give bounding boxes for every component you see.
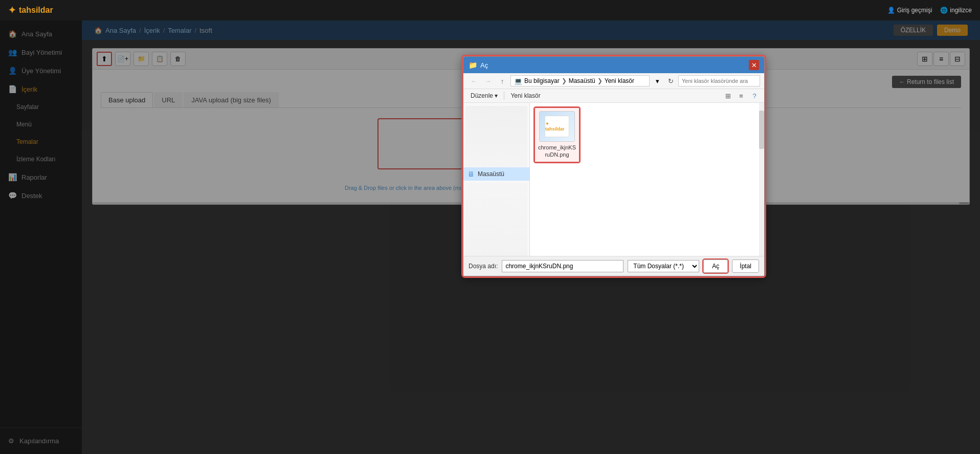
path-folder2: Yeni klasör bbox=[605, 77, 634, 84]
path-bar: 💻 Bu bilgisayar ❯ Masaüstü ❯ Yeni klasör bbox=[510, 75, 650, 87]
path-computer: Bu bilgisayar bbox=[524, 77, 560, 84]
logo-icon: ✦ bbox=[8, 5, 16, 16]
file-thumb-logo: ✦ tahsildar bbox=[545, 116, 569, 137]
dialog-titlebar: 📁 Aç ✕ bbox=[463, 57, 764, 73]
dialog-toolbar2: Düzenle ▾ Yeni klasör ⊞ ≡ ? bbox=[463, 89, 764, 103]
filename-input[interactable] bbox=[502, 260, 623, 272]
history-label: Giriş geçmişi bbox=[897, 7, 932, 14]
dialog-search-input[interactable] bbox=[678, 75, 760, 87]
dialog-footer: Dosya adı: Tüm Dosyalar (*.*) Aç İptal bbox=[463, 256, 764, 276]
desktop-icon: 🖥 bbox=[467, 170, 475, 178]
dialog-body: 🖥 Masaüstü ✦ tahsildar chrome_ikjnKSruDN… bbox=[463, 103, 764, 256]
toolbar-separator bbox=[504, 92, 504, 100]
dialog-folder-icon: 📁 bbox=[469, 61, 477, 69]
sidebar-item-masaustu[interactable]: 🖥 Masaüstü bbox=[463, 167, 529, 181]
duzenle-label: Düzenle bbox=[471, 92, 493, 99]
language-link[interactable]: 🌐 ingilizce bbox=[940, 7, 972, 14]
sidebar-blurred-below bbox=[465, 183, 527, 256]
dialog-title-left: 📁 Aç bbox=[469, 61, 488, 69]
topbar-right: 👤 Giriş geçmişi 🌐 ingilizce bbox=[887, 7, 972, 14]
dialog-title-text: Aç bbox=[480, 61, 488, 69]
path-folder1: Masaüstü bbox=[569, 77, 595, 84]
main-scrollbar[interactable] bbox=[759, 103, 764, 256]
file-name-label: chrome_ikjnKSruDN.png bbox=[538, 144, 576, 159]
app-logo: ✦ tahsildar bbox=[8, 5, 53, 16]
open-file-button[interactable]: Aç bbox=[703, 260, 728, 273]
nav-forward-button[interactable]: → bbox=[482, 75, 494, 87]
language-label: ingilizce bbox=[950, 7, 972, 14]
path-computer-icon: 💻 bbox=[514, 77, 522, 85]
file-thumbnail: ✦ tahsildar bbox=[539, 111, 575, 142]
person-icon: 👤 bbox=[887, 7, 895, 14]
refresh-button[interactable]: ↻ bbox=[665, 75, 676, 87]
nav-back-button[interactable]: ← bbox=[467, 75, 480, 87]
dosya-adi-label: Dosya adı: bbox=[469, 263, 498, 270]
view-help-button[interactable]: ? bbox=[749, 91, 760, 101]
path-dropdown-button[interactable]: ▾ bbox=[652, 75, 663, 87]
duzenle-button[interactable]: Düzenle ▾ bbox=[467, 91, 501, 100]
dialog-close-button[interactable]: ✕ bbox=[749, 60, 759, 70]
dialog-sidebar: 🖥 Masaüstü bbox=[463, 103, 530, 256]
file-item-chrome-png[interactable]: ✦ tahsildar chrome_ikjnKSruDN.png bbox=[534, 107, 580, 163]
dialog-nav: ← → ↑ 💻 Bu bilgisayar ❯ Masaüstü ❯ Yeni … bbox=[463, 73, 764, 89]
file-open-dialog: 📁 Aç ✕ ← → ↑ 💻 Bu bilgisayar ❯ Masaüstü … bbox=[463, 56, 765, 276]
yeni-klasor-button[interactable]: Yeni klasör bbox=[507, 91, 543, 100]
file-grid: ✦ tahsildar chrome_ikjnKSruDN.png bbox=[534, 107, 760, 163]
cancel-button[interactable]: İptal bbox=[732, 260, 759, 273]
globe-icon: 🌐 bbox=[940, 7, 948, 14]
view-change-button[interactable]: ⊞ bbox=[722, 91, 733, 101]
dialog-main-area: ✦ tahsildar chrome_ikjnKSruDN.png bbox=[530, 103, 764, 256]
sidebar-blurred-above bbox=[465, 106, 527, 167]
history-link[interactable]: 👤 Giriş geçmişi bbox=[887, 7, 932, 14]
main-scrollbar-thumb[interactable] bbox=[759, 111, 764, 149]
view-details-button[interactable]: ≡ bbox=[736, 91, 747, 101]
sidebar-masaustu-label: Masaüstü bbox=[478, 170, 504, 178]
filetype-select[interactable]: Tüm Dosyalar (*.*) bbox=[628, 260, 699, 272]
nav-up-button[interactable]: ↑ bbox=[496, 75, 508, 87]
app-name: tahsildar bbox=[19, 6, 53, 15]
toolbar2-right: ⊞ ≡ ? bbox=[722, 91, 760, 101]
thumb-logo-text: ✦ tahsildar bbox=[545, 121, 569, 132]
topbar: ✦ tahsildar 👤 Giriş geçmişi 🌐 ingilizce bbox=[0, 0, 980, 20]
